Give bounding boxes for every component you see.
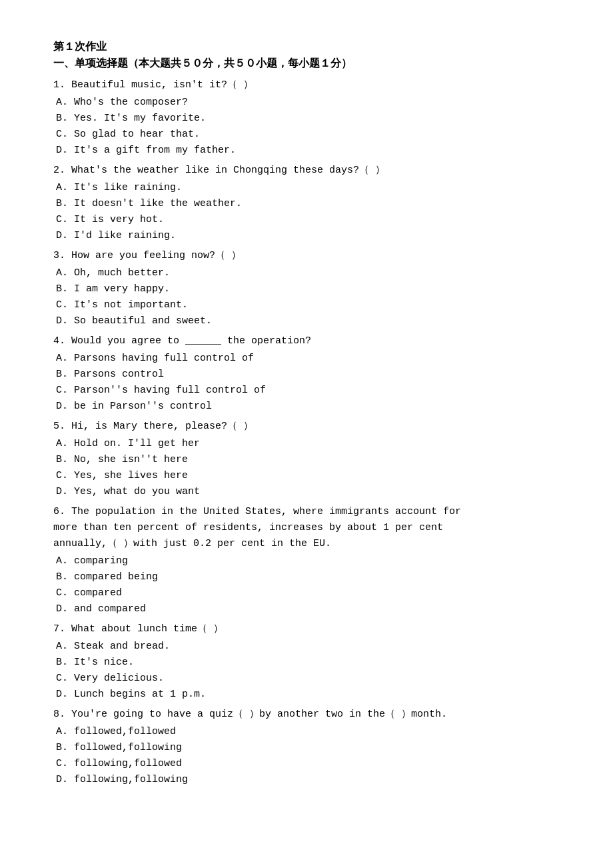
option-7-3: C. Very delicious. <box>56 671 560 687</box>
option-7-1: A. Steak and bread. <box>56 639 560 655</box>
option-6-1: A. comparing <box>56 553 560 569</box>
option-2-4: D. I'd like raining. <box>56 228 560 244</box>
option-1-2: B. Yes. It's my favorite. <box>56 111 560 127</box>
option-1-4: D. It's a gift from my father. <box>56 143 560 159</box>
question-block-3: 3. How are you feeling now?（ ）A. Oh, muc… <box>53 248 560 329</box>
option-2-2: B. It doesn't like the weather. <box>56 196 560 212</box>
option-3-3: C. It's not important. <box>56 297 560 313</box>
option-7-4: D. Lunch begins at 1 p.m. <box>56 687 560 703</box>
option-8-3: C. following,followed <box>56 756 560 772</box>
section-header: 一、单项选择题（本大题共５０分，共５０小题，每小题１分） <box>53 57 560 71</box>
question-text-1: 1. Beautiful music, isn't it?（ ） <box>53 77 560 93</box>
option-8-2: B. followed,following <box>56 740 560 756</box>
option-5-4: D. Yes, what do you want <box>56 484 560 500</box>
question-text-3: 3. How are you feeling now?（ ） <box>53 248 560 264</box>
option-5-3: C. Yes, she lives here <box>56 468 560 484</box>
option-6-3: C. compared <box>56 585 560 601</box>
question-block-6: 6. The population in the United States, … <box>53 504 560 617</box>
question-text-6: 6. The population in the United States, … <box>53 504 560 552</box>
option-4-2: B. Parsons control <box>56 367 560 383</box>
question-block-4: 4. Would you agree to ______ the operati… <box>53 333 560 415</box>
question-text-5: 5. Hi, is Mary there, please?（ ） <box>53 419 560 435</box>
question-text-8: 8. You're going to have a quiz（ ）by anot… <box>53 707 560 723</box>
option-3-4: D. So beautiful and sweet. <box>56 313 560 329</box>
option-3-1: A. Oh, much better. <box>56 265 560 281</box>
option-5-2: B. No, she isn''t here <box>56 452 560 468</box>
option-3-2: B. I am very happy. <box>56 281 560 297</box>
question-text-7: 7. What about lunch time（ ） <box>53 621 560 637</box>
option-5-1: A. Hold on. I'll get her <box>56 436 560 452</box>
option-1-3: C. So glad to hear that. <box>56 127 560 143</box>
option-2-1: A. It's like raining. <box>56 180 560 196</box>
option-7-2: B. It's nice. <box>56 655 560 671</box>
question-block-8: 8. You're going to have a quiz（ ）by anot… <box>53 707 560 788</box>
question-block-1: 1. Beautiful music, isn't it?（ ）A. Who's… <box>53 77 560 159</box>
question-block-5: 5. Hi, is Mary there, please?（ ）A. Hold … <box>53 419 560 500</box>
option-1-1: A. Who's the composer? <box>56 95 560 111</box>
option-4-4: D. be in Parson''s control <box>56 399 560 415</box>
question-block-2: 2. What's the weather like in Chongqing … <box>53 163 560 244</box>
option-6-4: D. and compared <box>56 601 560 617</box>
option-2-3: C. It is very hot. <box>56 212 560 228</box>
page-title: 第１次作业 <box>53 40 560 54</box>
option-6-2: B. compared being <box>56 569 560 585</box>
option-8-1: A. followed,followed <box>56 724 560 740</box>
option-4-1: A. Parsons having full control of <box>56 351 560 367</box>
question-text-2: 2. What's the weather like in Chongqing … <box>53 163 560 179</box>
question-text-4: 4. Would you agree to ______ the operati… <box>53 333 560 349</box>
option-8-4: D. following,following <box>56 772 560 788</box>
option-4-3: C. Parson''s having full control of <box>56 383 560 399</box>
question-block-7: 7. What about lunch time（ ）A. Steak and … <box>53 621 560 703</box>
